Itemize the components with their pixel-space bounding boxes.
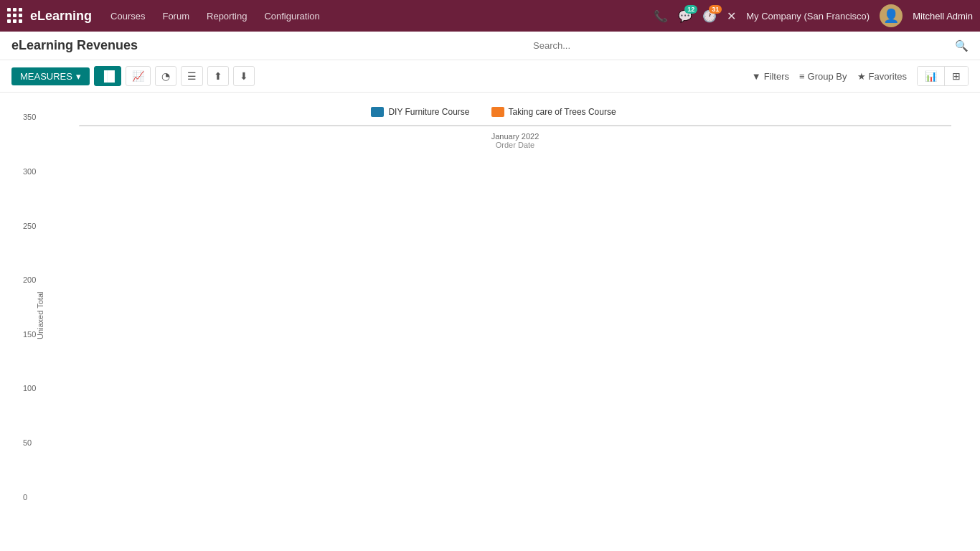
y-tick-200: 200 [23,276,36,284]
messages-badge: 12 [684,5,697,14]
x-label-field: Order Date [496,141,534,149]
groupby-button[interactable]: ≡ Group By [799,71,847,82]
toolbar-left: MEASURES ▾ ▐█ 📈 ◔ ☰ ⬆ ⬇ [11,66,255,86]
favorites-label: Favorites [869,71,907,82]
page-title: eLearning Revenues [11,38,138,53]
apps-menu[interactable] [7,8,23,24]
nav-reporting[interactable]: Reporting [205,8,248,24]
toolbar-right: ▼ Filters ≡ Group By ★ Favorites 📊 ⊞ [752,66,969,86]
filters-label: Filters [764,71,789,82]
chart-legend: DIY Furniture Course Taking care of Tree… [36,107,951,117]
topnav-right: 📞 💬 12 🕐 31 ✕ My Company (San Francisco)… [654,4,973,27]
chart-plot [79,126,951,126]
table-view-button[interactable]: ⊞ [944,67,968,85]
nav-courses[interactable]: Courses [109,8,146,24]
bar-chart-button[interactable]: ▐█ [94,66,121,86]
search-area: 🔍 [533,37,969,54]
y-tick-250: 250 [23,222,36,230]
sort-desc-button[interactable]: ⬇ [233,66,255,86]
y-axis-label: Uniaxed Total [36,126,44,506]
search-icon[interactable]: 🔍 [955,39,969,52]
subheader: eLearning Revenues 🔍 [0,32,980,60]
user-name: Mitchell Admin [913,11,973,22]
pie-chart-button[interactable]: ◔ [155,66,176,86]
legend-label-diy: DIY Furniture Course [388,107,469,117]
legend-label-trees: Taking care of Trees Course [509,107,616,117]
legend-color-trees [491,107,504,117]
line-chart-button[interactable]: 📈 [126,66,151,86]
favorites-button[interactable]: ★ Favorites [857,71,907,82]
y-tick-50: 50 [23,438,32,447]
legend-item-diy: DIY Furniture Course [371,107,469,117]
nav-configuration[interactable]: Configuration [263,8,321,24]
messages-icon[interactable]: 💬 12 [678,9,692,23]
y-tick-labels: 350 300 250 200 150 100 50 0 [50,126,79,506]
view-switcher: 📊 ⊞ [917,66,969,86]
brand-logo[interactable]: eLearning [30,9,92,24]
phone-icon[interactable]: 📞 [654,9,668,23]
groupby-icon: ≡ [799,71,805,82]
legend-color-diy [371,107,384,117]
chart-container: DIY Furniture Course Taking care of Tree… [0,93,980,537]
sort-asc-button[interactable]: ⬆ [207,66,229,86]
measures-button[interactable]: MEASURES ▾ [11,67,90,85]
y-tick-350: 350 [23,113,36,121]
y-tick-150: 150 [23,330,36,339]
legend-item-trees: Taking care of Trees Course [491,107,616,117]
x-label-month: January 2022 [491,132,540,141]
avatar[interactable]: 👤 [880,4,903,27]
top-navigation: eLearning Courses Forum Reporting Config… [0,0,980,32]
nav-links: Courses Forum Reporting Configuration [109,8,321,24]
y-tick-0: 0 [23,493,27,501]
chart-view-button[interactable]: 📊 [918,67,944,85]
y-tick-300: 300 [23,167,36,176]
x-axis-labels: January 2022 Order Date [79,132,951,149]
chart-plot-wrapper: 350 300 250 200 150 100 50 0 [50,126,951,506]
apps-grid-icon[interactable] [7,8,23,24]
y-tick-100: 100 [23,384,36,392]
activities-badge: 31 [709,5,722,14]
toolbar: MEASURES ▾ ▐█ 📈 ◔ ☰ ⬆ ⬇ ▼ Filters ≡ Grou… [0,60,980,93]
star-icon: ★ [857,71,866,82]
groupby-label: Group By [808,71,847,82]
search-input[interactable] [533,37,949,54]
filter-icon: ▼ [752,71,761,82]
filters-button[interactable]: ▼ Filters [752,71,789,82]
measures-chevron-icon: ▾ [76,71,81,82]
activities-icon[interactable]: 🕐 31 [702,9,717,23]
close-icon[interactable]: ✕ [727,9,736,23]
nav-forum[interactable]: Forum [161,8,191,24]
chart-area: Uniaxed Total 350 300 250 200 150 100 50… [36,126,951,506]
company-name[interactable]: My Company (San Francisco) [746,11,870,22]
stacked-chart-button[interactable]: ☰ [181,66,203,86]
gridline-0 [80,125,951,126]
measures-label: MEASURES [20,71,72,82]
